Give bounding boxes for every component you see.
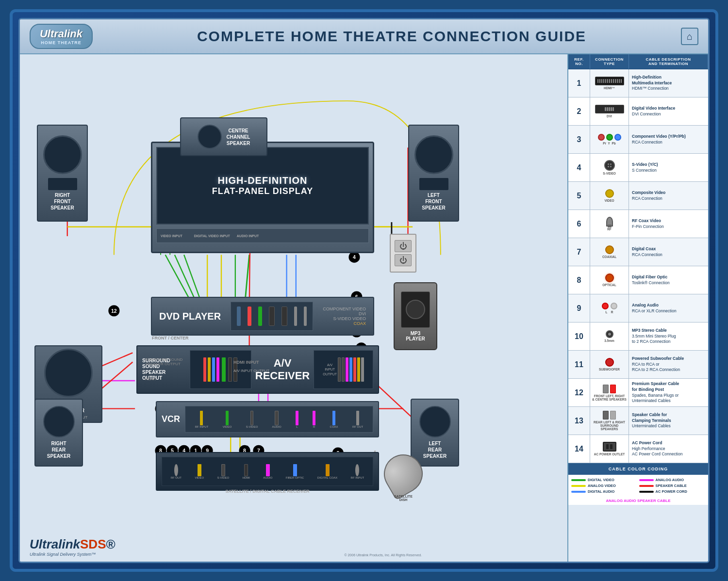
ref-icon-3: Pr Y Pb (590, 126, 629, 153)
ref-num-2: 2 (568, 97, 590, 125)
ref-icon-label-2: DVI (607, 114, 612, 118)
right-front-speaker: RIGHTFRONTSPEAKER (37, 125, 88, 222)
ref-num-3: 3 (568, 126, 590, 153)
ref-icon-9: L R (590, 294, 629, 322)
ref-row-4: 4 S-VIDEO (568, 154, 708, 182)
ref-row-12: 12 FRONT LEFT, RIGHT& CENTRE SPEAKERS Pr… (568, 379, 708, 407)
col-ref-no: REF.NO. (568, 54, 590, 69)
ref-icon-label-11: SUBWOOFER (599, 368, 620, 371)
ref-icon-label-8: OPTICAL (602, 283, 616, 287)
satellite-label: SATELLITE / DIGITAL CABLE RECEIVER (157, 489, 378, 494)
brand-tagline: Ultralink Signal Delivery System™ (30, 552, 116, 557)
diagram-label-hdmi-input: HDMI INPUT (233, 360, 259, 365)
satellite-device: RF OUT VIDEO S-VIDEO HDMI AUDIO FIBER OP… (156, 452, 379, 491)
outer-frame: Ultralink HOME THEATRE COMPLETE HOME THE… (10, 9, 718, 572)
ref-desc-9: Analog Audio RCA or XLR Connection (629, 294, 708, 322)
ref-icon-13: REAR LEFT & RIGHTSURROUND SPEAKERS (590, 407, 629, 435)
ref-icon-6: RF (590, 210, 629, 238)
ref-icon-label-13: REAR LEFT & RIGHTSURROUND SPEAKERS (592, 420, 627, 431)
tv-label: HIGH-DEFINITION (218, 175, 308, 186)
ref-icon-label-12: FRONT LEFT, RIGHT& CENTRE SPEAKERS (592, 394, 627, 401)
ref-row-5: 5 VIDEO Composite Video RCA Connection (568, 182, 708, 210)
header: Ultralink HOME THEATRE COMPLETE HOME THE… (20, 19, 708, 54)
ref-num-1: 1 (568, 69, 590, 97)
ref-desc-13: Speaker Cable forClamping Terminals Unte… (629, 407, 708, 435)
ref-row-10: 10 3.5mm MP3 Stereo Cable 3.5mm Mini Ste… (568, 323, 708, 351)
ref-row-2: 2 DVI (568, 97, 708, 126)
analog-audio-speaker-cable-label: ANALOG AUDIO SPEAKER CABLE (568, 497, 708, 505)
ref-icon-2: DVI (590, 97, 629, 125)
cable-color-ac-power: AC POWER CORD (639, 489, 706, 494)
tv-label2: FLAT-PANEL DISPLAY (212, 186, 313, 196)
ref-num-7: 7 (568, 238, 590, 266)
centre-label: CENTRECHANNELSPEAKER (227, 128, 250, 146)
svg-text:4: 4 (353, 254, 356, 260)
ref-row-14: 14 AC POWER OUTLET AC Power Cord High Pe… (568, 435, 708, 463)
ref-icon-label-7: COAXIAL (602, 255, 616, 258)
cable-color-speaker: SPEAKER CABLE (639, 484, 706, 488)
ref-row-11: 11 SUBWOOFER Powered Subwoofer Cable RCA… (568, 351, 708, 379)
ref-icon-label-1: HDMI™ (604, 86, 615, 90)
ref-row-7: 7 COAXIAL Digital Coax RCA Connection (568, 238, 708, 266)
ref-icon-12: FRONT LEFT, RIGHT& CENTRE SPEAKERS (590, 379, 629, 406)
mp3-device: MP3PLAYER (394, 282, 437, 350)
wall-plate: ⏻ ⏻ (390, 234, 416, 273)
ref-desc-6: RF Coax Video F-Pin Connection (629, 210, 708, 238)
cable-color-grid: DIGITAL VIDEO ANALOG AUDIO ANALOG VIDEO … (568, 475, 708, 497)
ref-desc-4: S-Video (Y/C) S Connection (629, 154, 708, 181)
ref-icon-label-3: Pr Y Pb (603, 142, 616, 145)
ref-icon-label-6: RF (607, 227, 612, 231)
ref-table-header: REF.NO. CONNECTIONTYPE CABLE DESCRIPTION… (568, 54, 708, 69)
right-rear-label: RIGHTREARSPEAKER (47, 440, 70, 459)
ref-num-9: 9 (568, 294, 590, 322)
ref-num-8: 8 (568, 266, 590, 294)
ref-num-11: 11 (568, 351, 590, 378)
ref-desc-5: Composite Video RCA Connection (629, 182, 708, 210)
diagram-label-avr-front: FRONT / CENTER (152, 336, 189, 340)
ac-power-label: AC POWER CORD (656, 489, 687, 494)
digital-video-label: DIGITAL VIDEO (588, 478, 614, 482)
ref-icon-1: HDMI™ (590, 69, 629, 97)
right-rear-speaker: RIGHTREARSPEAKER (34, 399, 83, 467)
satellite-dish-label: SATELLITEDISH (394, 495, 413, 501)
ref-desc-7: Digital Coax RCA Connection (629, 238, 708, 266)
ac-power-line (639, 491, 654, 493)
digital-video-line (571, 479, 586, 481)
ref-icon-4: S-VIDEO (590, 154, 629, 181)
ref-icon-14: AC POWER OUTLET (590, 435, 629, 463)
brand-ultralink: UltralinkSDS® (30, 537, 116, 552)
left-rear-label: LEFTREARSPEAKER (423, 440, 447, 459)
logo-text: Ultralink (38, 28, 84, 40)
ref-num-4: 4 (568, 154, 590, 181)
logo-sub: HOME THEATRE (38, 40, 84, 45)
header-title: COMPLETE HOME THEATRE CONNECTION GUIDE (102, 28, 681, 45)
svg-text:12: 12 (111, 308, 117, 314)
svg-point-14 (108, 305, 119, 316)
vcr-label: VCR (162, 414, 181, 424)
ref-desc-8: Digital Fiber Optic Toslink® Connection (629, 266, 708, 294)
analog-audio-label: ANALOG AUDIO (656, 478, 684, 482)
ref-num-13: 13 (568, 407, 590, 435)
ref-desc-12: Premium Speaker Cablefor Binding Post Sp… (629, 379, 708, 406)
ref-row-6: 6 RF RF Coax Video F-Pin Connection (568, 210, 708, 238)
diagram-label-av-input: A/V INPUT OUTPUT (233, 369, 269, 373)
cable-color-digital-audio: DIGITAL AUDIO (571, 489, 638, 494)
ref-row-3: 3 Pr Y Pb Component Video (Y/Pr/Pb) RCA … (568, 126, 708, 154)
ref-desc-1: High-DefinitionMultimedia Interface HDMI… (629, 69, 708, 97)
home-icon: ⌂ (681, 28, 698, 45)
analog-video-line (571, 485, 586, 487)
cable-color-analog-audio: ANALOG AUDIO (639, 478, 706, 482)
analog-audio-line (639, 479, 654, 481)
main-content: 12 3 2 1 11 4 13 10 1 (20, 54, 708, 562)
left-front-speaker: LEFTFRONTSPEAKER (408, 125, 459, 222)
ref-icon-10: 3.5mm (590, 323, 629, 350)
ref-num-10: 10 (568, 323, 590, 350)
ref-icon-label-4: S-VIDEO (603, 172, 616, 175)
diagram-area: 12 3 2 1 11 4 13 10 1 (20, 54, 567, 562)
mp3-label: MP3PLAYER (406, 331, 425, 341)
digital-audio-line (571, 491, 586, 493)
bottom-brand: UltralinkSDS® Ultralink Signal Delivery … (30, 537, 116, 557)
ref-icon-label-9: L R (606, 310, 613, 314)
col-conn-type: CONNECTIONTYPE (590, 54, 629, 69)
cable-color-title: CABLE COLOR CODING (572, 465, 704, 473)
